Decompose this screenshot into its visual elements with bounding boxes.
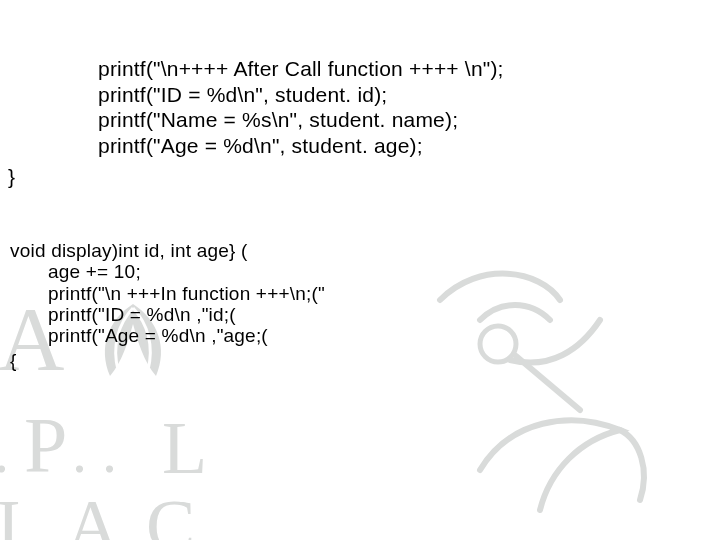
deco-dots-1: .	[0, 418, 9, 487]
code-close-brace: }	[8, 164, 504, 190]
deco-letter-P: P	[24, 400, 67, 490]
code-line: age += 10;	[48, 261, 325, 282]
deco-letter-A2: A	[66, 484, 119, 540]
code-line: printf("\n++++ After Call function ++++ …	[98, 56, 504, 82]
deco-swirl-icon	[470, 400, 670, 524]
deco-letter-L: L	[162, 406, 207, 491]
deco-dots-2: . .	[72, 418, 117, 487]
code-line: printf("Age = %d\n ,"age;(	[48, 325, 325, 346]
deco-letter-I: I	[0, 484, 21, 540]
svg-point-0	[480, 326, 516, 362]
code-line: printf("Age = %d\n", student. age);	[98, 133, 504, 159]
code-block-function: void display)int id, int age} ( age += 1…	[10, 240, 325, 372]
code-line: printf("\n +++In function +++\n;("	[48, 283, 325, 304]
deco-figure-icon	[420, 260, 640, 424]
code-block-main: printf("\n++++ After Call function ++++ …	[98, 56, 504, 190]
code-line: void display)int id, int age} (	[10, 240, 325, 261]
code-line: printf("ID = %d\n", student. id);	[98, 82, 504, 108]
code-line: printf("Name = %s\n", student. name);	[98, 107, 504, 133]
deco-letter-C: C	[146, 484, 195, 540]
code-line: printf("ID = %d\n ,"id;(	[48, 304, 325, 325]
code-open-brace: {	[10, 350, 325, 371]
